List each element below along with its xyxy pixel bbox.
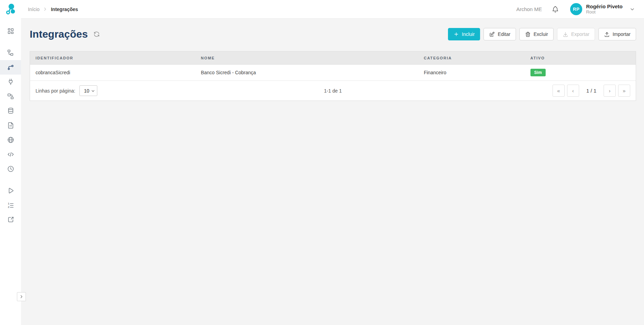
- company-name: Archon ME: [516, 6, 542, 12]
- header-right-section: Archon ME RP Rogério Piveto Root: [516, 3, 644, 15]
- table-header-row: IDENTIFICADOR NOME CATEGORIA ATIVO: [30, 51, 636, 65]
- integrations-table: IDENTIFICADOR NOME CATEGORIA ATIVO cobra…: [30, 51, 636, 101]
- nodes-icon: [7, 93, 14, 100]
- sidebar-item-dashboard[interactable]: [0, 24, 21, 38]
- refresh-icon[interactable]: [93, 31, 100, 38]
- notifications-bell-icon[interactable]: [552, 6, 559, 13]
- database-icon: [7, 107, 14, 115]
- rows-per-page-select[interactable]: 10: [79, 85, 97, 96]
- logo-icon: [4, 3, 17, 16]
- importar-label: Importar: [613, 31, 631, 37]
- tree-structure-icon: [7, 49, 14, 57]
- external-link-icon: [7, 216, 14, 223]
- download-icon: [563, 31, 568, 37]
- page-indicator: 1 / 1: [586, 88, 596, 94]
- rows-per-page-label: Linhas por página:: [36, 88, 75, 94]
- user-role: Root: [586, 10, 623, 15]
- exportar-label: Exportar: [571, 31, 589, 37]
- column-header-identificador: IDENTIFICADOR: [30, 56, 195, 60]
- sidebar-item-tree[interactable]: [0, 46, 21, 60]
- incluir-label: Incluir: [462, 31, 475, 37]
- file-code-icon: [7, 122, 14, 129]
- user-name: Rogério Piveto: [586, 3, 623, 9]
- edit-icon: [489, 31, 495, 37]
- excluir-button[interactable]: Excluir: [519, 28, 554, 40]
- top-header-bar: Início Integrações Archon ME RP Rogério …: [0, 0, 644, 18]
- exportar-button[interactable]: Exportar: [557, 28, 595, 40]
- cell-ativo: Sim: [525, 69, 636, 76]
- importar-button[interactable]: Importar: [598, 28, 636, 40]
- svg-text:1: 1: [8, 202, 9, 205]
- user-info: Rogério Piveto Root: [586, 3, 623, 15]
- breadcrumb-home[interactable]: Início: [28, 7, 39, 12]
- last-page-button[interactable]: »: [618, 85, 630, 97]
- cell-categoria: Financeiro: [418, 70, 525, 75]
- dashboard-icon: [7, 27, 14, 35]
- play-icon: [7, 187, 14, 194]
- svg-text:2: 2: [8, 205, 9, 209]
- cell-nome: Banco Sicredi - Cobrança: [195, 70, 418, 75]
- rows-per-page-select-wrap: 10: [79, 85, 97, 96]
- previous-page-button[interactable]: ‹: [567, 85, 579, 97]
- page-header-row: Integrações Incluir Editar: [30, 27, 636, 42]
- sidebar-nav: 1 2: [0, 18, 21, 325]
- header-divider: [21, 18, 644, 19]
- sidebar-item-workflows[interactable]: [0, 89, 21, 104]
- branch-icon: [7, 64, 14, 71]
- chevron-right-icon: [43, 7, 47, 11]
- sidebar-item-connectors[interactable]: [0, 75, 21, 89]
- pagination-controls: « ‹ 1 / 1 › »: [553, 85, 630, 97]
- sidebar-item-external[interactable]: [0, 212, 21, 227]
- editar-button[interactable]: Editar: [484, 28, 516, 40]
- user-menu-chevron-down-icon[interactable]: [630, 7, 635, 12]
- upload-icon: [604, 31, 610, 37]
- cell-identificador: cobrancaSicredi: [30, 70, 195, 75]
- column-header-nome: NOME: [195, 56, 418, 60]
- code-icon: [7, 151, 14, 158]
- toolbar: Incluir Editar Excluir: [448, 28, 636, 40]
- status-badge: Sim: [530, 69, 546, 76]
- sidebar-item-schedule[interactable]: [0, 162, 21, 176]
- plug-icon: [7, 78, 14, 86]
- sidebar-item-integrations[interactable]: [0, 60, 21, 75]
- app-logo[interactable]: [0, 3, 21, 16]
- ordered-list-icon: 1 2: [7, 201, 14, 209]
- sidebar-item-database[interactable]: [0, 104, 21, 118]
- table-row[interactable]: cobrancaSicredi Banco Sicredi - Cobrança…: [30, 65, 636, 81]
- sidebar-item-code[interactable]: [0, 147, 21, 162]
- user-avatar[interactable]: RP: [570, 3, 582, 15]
- first-page-button[interactable]: «: [553, 85, 565, 97]
- plus-icon: [453, 31, 459, 37]
- trash-icon: [525, 31, 531, 37]
- app-root: Início Integrações Archon ME RP Rogério …: [0, 0, 644, 325]
- clock-icon: [7, 165, 14, 173]
- table-footer: Linhas por página: 10 1-1 de 1 « ‹ 1 / 1…: [30, 81, 636, 101]
- pagination-range: 1-1 de 1: [30, 88, 636, 94]
- next-page-button[interactable]: ›: [604, 85, 616, 97]
- sidebar-item-scripts[interactable]: [0, 118, 21, 133]
- page-title: Integrações: [30, 28, 88, 40]
- globe-icon: [7, 136, 14, 144]
- incluir-button[interactable]: Incluir: [448, 28, 480, 40]
- chevron-right-icon: [19, 295, 23, 299]
- column-header-categoria: CATEGORIA: [418, 56, 525, 60]
- sidebar-item-queue[interactable]: 1 2: [0, 198, 21, 212]
- sidebar-expand-button[interactable]: [17, 292, 26, 301]
- breadcrumb-current: Integrações: [51, 7, 78, 12]
- column-header-ativo: ATIVO: [525, 56, 636, 60]
- sidebar-item-web[interactable]: [0, 133, 21, 147]
- sidebar-item-run[interactable]: [0, 183, 21, 198]
- editar-label: Editar: [498, 31, 510, 37]
- main-content: Integrações Incluir Editar: [21, 18, 644, 325]
- breadcrumb: Início Integrações: [28, 7, 78, 12]
- excluir-label: Excluir: [534, 31, 548, 37]
